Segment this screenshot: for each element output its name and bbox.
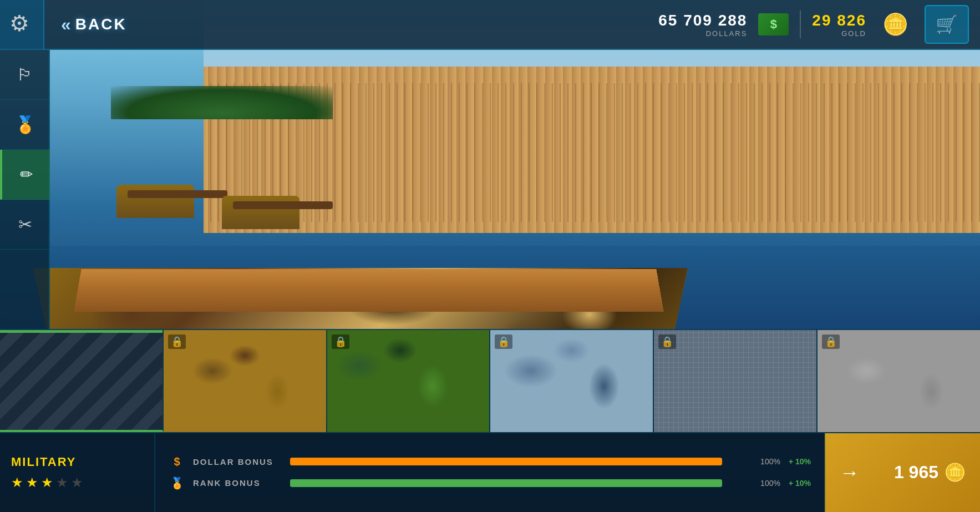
rank-bonus-percent: 100% [730,479,780,488]
star-1: ★ [11,475,23,490]
camo-preview-arctic [490,330,653,432]
stats-area: $ DOLLAR BONUS 100% + 10% 🏅 RANK BONUS 1… [155,433,825,512]
currency-divider [800,11,801,38]
buy-arrow-icon: → [840,461,860,484]
back-arrows-icon: « [61,14,68,35]
dollar-icon: $ [758,13,789,36]
cart-button[interactable]: 🛒 [925,5,969,44]
stat-rank-bonus: 🏅 RANK BONUS 100% + 10% [169,476,811,490]
buy-button[interactable]: → 1 965 🪙 [825,433,980,512]
rank-bonus-value: + 10% [789,479,811,488]
camo-item-military[interactable] [0,330,164,432]
currency-area: 65 709 288 DOLLARS $ 29 826 GOLD 🪙 🛒 [658,5,980,44]
camo-item-desert[interactable]: 🔒 [164,330,327,432]
dollar-stat-icon: $ [169,455,185,468]
trees [111,86,333,119]
dollar-bonus-bar-fill [290,458,722,465]
sidebar-item-flag[interactable]: 🏳 [0,50,50,100]
cart-icon: 🛒 [936,14,958,35]
buy-amount: 1 965 [894,462,938,483]
camo-preview-desert [164,330,326,432]
star-5-empty: ★ [71,475,83,490]
dollars-label: DOLLARS [706,29,748,38]
dollars-display: 65 709 288 DOLLARS [658,12,747,38]
rank-bonus-bar-container [290,479,722,487]
dollar-bonus-bar-container [290,458,722,465]
camo-name-label: MILITARY [11,455,143,469]
lock-icon-jungle: 🔒 [332,334,349,349]
camo-item-digital[interactable]: 🔒 [654,330,817,432]
badge-icon: 🏅 [15,115,35,134]
rear-turret [222,196,299,229]
star-3: ★ [41,475,53,490]
sidebar-item-decal[interactable]: ✂ [0,200,50,250]
buy-gold-icon: 🪙 [944,462,966,483]
dollars-amount: 65 709 288 [658,12,747,29]
rank-bonus-bar-fill [290,479,722,487]
gold-display: 29 826 GOLD [812,12,866,38]
camo-preview-military [0,330,163,430]
camo-item-jungle[interactable]: 🔒 [327,330,491,432]
dollar-bonus-value: + 10% [789,457,811,466]
star-2: ★ [26,475,38,490]
lock-icon-arctic: 🔒 [495,334,512,349]
sidebar-item-badge[interactable]: 🏅 [0,100,50,150]
paint-icon: ✏ [20,165,33,184]
ship-superstructure [83,174,416,285]
gold-icon: 🪙 [877,9,913,40]
rank-bonus-label: RANK BONUS [193,478,282,488]
camo-item-arctic[interactable]: 🔒 [490,330,654,432]
decal-icon: ✂ [18,215,32,234]
lock-icon-ghost: 🔒 [822,334,840,349]
dollar-bonus-label: DOLLAR BONUS [193,457,282,467]
star-4-empty: ★ [56,475,68,490]
buy-price: 1 965 🪙 [894,462,966,483]
camo-info-left: MILITARY ★ ★ ★ ★ ★ [0,433,155,512]
settings-button[interactable]: ⚙ [0,0,44,49]
camo-preview-ghost [817,330,980,432]
gear-icon: ⚙ [9,12,34,37]
stars-row: ★ ★ ★ ★ ★ [11,475,143,490]
gold-amount: 29 826 [812,12,866,29]
gold-label: GOLD [841,29,866,38]
bottom-panel: 🔒 🔒 🔒 🔒 🔒 MILITARY ★ ★ [0,329,980,512]
sidebar-item-camo[interactable]: ✏ [0,150,50,200]
camo-preview-digital [654,330,816,432]
dollar-bonus-percent: 100% [730,457,780,466]
flag-icon: 🏳 [17,65,33,84]
camo-item-ghost[interactable]: 🔒 [817,330,980,432]
camo-row: 🔒 🔒 🔒 🔒 🔒 [0,330,980,432]
back-button[interactable]: « BACK [44,14,144,35]
lock-icon-desert: 🔒 [168,334,186,349]
lock-icon-digital: 🔒 [658,334,676,349]
selected-indicator [0,330,163,333]
front-turret [116,185,194,218]
camo-preview-jungle [327,330,490,432]
rank-stat-icon: 🏅 [169,476,185,490]
stat-dollar-bonus: $ DOLLAR BONUS 100% + 10% [169,455,811,468]
info-row: MILITARY ★ ★ ★ ★ ★ $ DOLLAR BONUS 100% +… [0,432,980,512]
back-label: BACK [75,16,127,33]
header: ⚙ « BACK 65 709 288 DOLLARS $ 29 826 GOL… [0,0,980,50]
